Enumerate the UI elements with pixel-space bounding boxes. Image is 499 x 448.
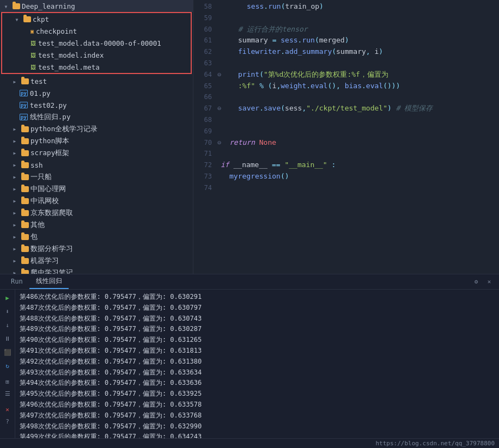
console-line-5: 第491次优化后的参数权重: 0.795477，偏置为: 0.631813 — [20, 346, 497, 357]
bottom-toolbar: ⚙ ✕ — [471, 277, 495, 287]
code-lines[interactable]: sess.run(train_op) # 运行合并的tensor summary… — [216, 0, 499, 274]
line-num-58: 58 — [193, 1, 212, 13]
sidebar-item-label: scrapy框架 — [31, 149, 69, 158]
error-icon: ✕ — [2, 403, 14, 415]
code-line-74 — [216, 182, 499, 194]
sidebar-item-test-model-data[interactable]: 🖼 test_model.data-00000-of-00001 — [2, 37, 191, 49]
sidebar-item-python-scripts[interactable]: python脚本 — [0, 135, 193, 147]
sidebar-item-test02py[interactable]: py test02.py — [0, 99, 193, 111]
folder-closed-icon — [11, 161, 20, 169]
sidebar-item-ckpt[interactable]: ckpt — [2, 13, 191, 25]
sidebar-item-checkpoint[interactable]: ▣ checkpoint — [2, 25, 191, 37]
line-num-68: 68 — [193, 114, 212, 126]
line-num-64: 64 — [193, 69, 212, 81]
folder-closed-icon — [11, 244, 20, 253]
main-area: Deep_learning ckpt ▣ checkpoint — [0, 0, 499, 274]
line-num-73: 73 — [193, 171, 212, 182]
sidebar-item-jingdong[interactable]: 京东数据爬取 — [0, 207, 193, 219]
code-line-66 — [216, 91, 499, 103]
console-output[interactable]: 第486次优化后的参数权重: 0.795477，偏置为: 0.630291 第4… — [15, 290, 499, 438]
file-tree-sidebar[interactable]: Deep_learning ckpt ▣ checkpoint — [0, 0, 193, 274]
sidebar-item-data-analysis[interactable]: 数据分析学习 — [0, 243, 193, 255]
sidebar-item-label: 一只船 — [31, 173, 52, 182]
line-num-59: 59 — [193, 13, 212, 24]
sidebar-item-label: test — [31, 77, 47, 85]
code-token: # 运行合并的tensor — [238, 25, 308, 33]
code-token: # 模型保存 — [396, 104, 433, 112]
folder-closed-icon — [11, 173, 20, 181]
code-line-65: :%f" % (i,weight.eval(), bias.eval())) — [216, 81, 499, 92]
sidebar-item-package[interactable]: 包 — [0, 231, 193, 243]
sidebar-item-machine-learning[interactable]: 机器学习 — [0, 255, 193, 267]
code-token: __name__ — [233, 161, 267, 169]
sidebar-item-ssh[interactable]: ssh — [0, 159, 193, 171]
code-token: "__main__" — [284, 161, 327, 169]
sidebar-item-test-model-index[interactable]: 🖼 test_model.index — [2, 49, 191, 61]
sidebar-item-test-model-meta[interactable]: 🖼 test_model.meta — [2, 61, 191, 73]
sidebar-item-label: 中讯网校 — [31, 197, 59, 206]
console-line-12: 第498次优化后的参数权重: 0.795477，偏置为: 0.632990 — [20, 421, 497, 432]
folder-closed-icon — [11, 185, 20, 193]
sidebar-item-zhongguo[interactable]: 中国心理网 — [0, 183, 193, 195]
line-num-62: 62 — [193, 46, 212, 58]
tab-linear-regression[interactable]: 线性回归 — [29, 274, 69, 289]
sidebar-item-zhongxun[interactable]: 中讯网校 — [0, 195, 193, 207]
sidebar-item-test[interactable]: test — [0, 75, 193, 87]
sidebar-item-crawler-notes[interactable]: 爬虫学习笔记 — [0, 267, 193, 274]
code-area[interactable]: 58 59 60 61 62 63 64 65 66 67 68 69 70 7… — [193, 0, 499, 274]
toggle-button[interactable]: ⊞ — [2, 376, 14, 388]
console-line-11: 第497次优化后的参数权重: 0.795477，偏置为: 0.633768 — [20, 410, 497, 421]
code-line-64: ⊖ print("第%d次优化后的参数权重:%f，偏置为 — [216, 69, 499, 81]
bottom-tab-bar: Run 线性回归 ⚙ ✕ — [0, 274, 499, 290]
code-token: sess — [247, 2, 264, 10]
fold-icon-64: ⊖ — [217, 69, 221, 81]
sidebar-item-label: test_model.data-00000-of-00001 — [38, 39, 161, 47]
step-into-button[interactable]: ↓ — [2, 319, 14, 331]
file-icon: 🖼 — [31, 52, 36, 58]
sidebar-item-label: 机器学习 — [31, 256, 59, 266]
sidebar-item-python-study[interactable]: python全栈学习记录 — [0, 123, 193, 135]
sidebar-item-label: test_model.meta — [38, 63, 100, 71]
sidebar-item-label: 其他 — [31, 220, 45, 230]
code-token: "第%d次优化后的参数权重:%f，偏置为 — [264, 70, 388, 78]
code-token: save — [264, 104, 281, 112]
code-token: sess — [281, 36, 297, 44]
tab-run[interactable]: Run — [4, 275, 29, 289]
folder-closed-icon — [11, 256, 20, 265]
sidebar-item-other[interactable]: 其他 — [0, 219, 193, 231]
close-icon[interactable]: ✕ — [484, 277, 495, 287]
code-token: saver — [238, 104, 259, 112]
sidebar-item-xingui[interactable]: py 线性回归.py — [0, 111, 193, 123]
code-line-70: ⊖ return None — [216, 137, 499, 149]
code-token: :%f" — [238, 82, 255, 90]
sidebar-item-scrapy[interactable]: scrapy框架 — [0, 147, 193, 159]
sidebar-item-yichuan[interactable]: 一只船 — [0, 171, 193, 183]
stop-button[interactable]: ⬛ — [2, 346, 14, 358]
console-line-7: 第493次优化后的参数权重: 0.795477，偏置为: 0.633634 — [20, 367, 497, 378]
code-token: None — [259, 138, 276, 146]
code-line-61: summary = sess.run(merged) — [216, 35, 499, 46]
settings-icon[interactable]: ⚙ — [471, 277, 482, 287]
step-over-button[interactable]: ⬇ — [2, 305, 14, 317]
sidebar-item-label: test02.py — [30, 101, 67, 109]
run-button[interactable]: ▶ — [2, 292, 14, 304]
pause-button[interactable]: ⏸ — [2, 333, 14, 345]
folder-closed-icon — [11, 197, 20, 205]
filter-button[interactable]: ☰ — [2, 388, 14, 400]
code-token: myregression — [229, 172, 281, 180]
sidebar-item-deep-learning[interactable]: Deep_learning — [0, 0, 193, 12]
rerun-button[interactable]: ↻ — [2, 360, 14, 372]
sidebar-item-label: Deep_learning — [22, 2, 75, 10]
code-line-68 — [216, 114, 499, 126]
help-icon[interactable]: ? — [2, 415, 14, 427]
folder-open-icon — [2, 2, 11, 10]
sidebar-item-label: 数据分析学习 — [31, 244, 73, 254]
sidebar-item-label: ckpt — [33, 15, 49, 23]
folder-closed-icon — [11, 137, 20, 145]
sidebar-item-01py[interactable]: py 01.py — [0, 87, 193, 99]
folder-closed-icon — [11, 268, 20, 274]
code-line-69 — [216, 126, 499, 137]
ckpt-group: ckpt ▣ checkpoint 🖼 test_model.data-0000… — [1, 12, 192, 74]
blog-link[interactable]: https://blog.csdn.net/qq_37978800 — [375, 440, 495, 447]
code-line-73: myregression() — [216, 171, 499, 182]
